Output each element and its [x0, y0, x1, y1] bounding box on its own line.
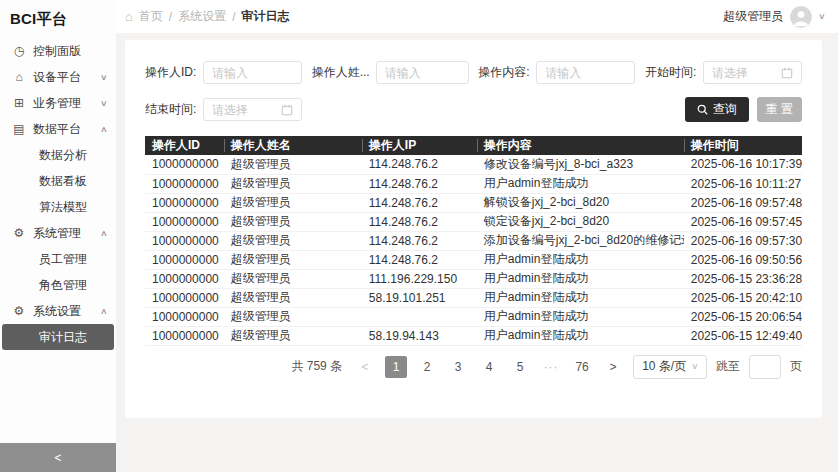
sidebar-item-1[interactable]: ⌂设备平台∨ [0, 64, 116, 90]
jump-suffix: 页 [790, 358, 802, 375]
table-cell: 超级管理员 [224, 307, 362, 326]
page-size-select[interactable]: 10 条/页 ∨ [633, 355, 707, 379]
page-button-2[interactable]: 2 [416, 356, 438, 378]
page-jump-input[interactable] [749, 355, 781, 379]
sidebar-item-label: 系统管理 [33, 225, 101, 242]
gear-icon: ⚙ [12, 304, 26, 318]
sidebar-item-label: 设备平台 [33, 69, 101, 86]
sidebar-subitem[interactable]: 员工管理 [2, 246, 114, 272]
table-row: 1000000000超级管理员114.248.76.2用户admin登陆成功20… [145, 174, 802, 193]
audit-log-table: 操作人ID操作人姓名操作人IP操作内容操作时间 1000000000超级管理员1… [145, 136, 802, 346]
pagination-total: 共 759 条 [291, 358, 342, 375]
user-name: 超级管理员 [723, 8, 783, 25]
table-cell: 用户admin登陆成功 [477, 269, 684, 288]
end-time-input[interactable] [212, 103, 277, 117]
filter-row-2: 结束时间: [145, 97, 802, 122]
sidebar-item-5[interactable]: ⚙系统设置∧ [0, 298, 116, 324]
user-menu[interactable]: 超级管理员 ∨ [723, 6, 825, 28]
table-cell: 114.248.76.2 [362, 250, 477, 269]
table-cell: 超级管理员 [224, 231, 362, 250]
sidebar-item-3[interactable]: ▤数据平台∧ [0, 116, 116, 142]
sidebar-subitem[interactable]: 审计日志 [2, 324, 114, 350]
start-time-label: 开始时间: [645, 64, 697, 81]
sidebar-subitem[interactable]: 数据分析 [2, 142, 114, 168]
page-size-value: 10 条/页 [642, 358, 686, 375]
sidebar-item-0[interactable]: ◷控制面版 [0, 38, 116, 64]
filter-buttons: 查询 重 置 [685, 97, 802, 122]
table-cell: 2025-06-16 09:57:45 [684, 212, 802, 231]
table-cell: 2025-06-15 20:42:10 [684, 288, 802, 307]
table-cell: 2025-06-16 10:11:27 [684, 174, 802, 193]
table-cell: 1000000000 [145, 212, 224, 231]
search-button[interactable]: 查询 [685, 97, 749, 122]
column-header: 操作人姓名 [224, 136, 362, 155]
table-cell: 2025-06-15 20:06:54 [684, 307, 802, 326]
table-cell: 1000000000 [145, 174, 224, 193]
chevron-up-icon: ∧ [100, 125, 108, 134]
operation-content-input[interactable] [545, 66, 626, 80]
table-row: 1000000000超级管理员114.248.76.2锁定设备jxj_2-bci… [145, 212, 802, 231]
chart-icon: ▤ [12, 122, 26, 136]
table-row: 1000000000超级管理员114.248.76.2解锁设备jxj_2-bci… [145, 193, 802, 212]
page-button-76[interactable]: 76 [571, 356, 593, 378]
app-window: BCI平台 ◷控制面版⌂设备平台∨⊞业务管理∨▤数据平台∧数据分析数据看板算法模… [0, 0, 838, 472]
avatar [790, 6, 812, 28]
sidebar-item-4[interactable]: ⚙系统管理∧ [0, 220, 116, 246]
table-cell: 2025-06-16 09:50:56 [684, 250, 802, 269]
table-row: 1000000000超级管理员114.248.76.2修改设备编号jxj_8-b… [145, 155, 802, 174]
home-icon: ⌂ [12, 70, 26, 84]
search-icon [697, 104, 708, 115]
operator-id-input[interactable] [212, 66, 293, 80]
breadcrumb: ⌂首页/系统设置/审计日志 [125, 8, 290, 25]
pagination-ellipsis[interactable]: ··· [540, 356, 562, 378]
table-cell: 1000000000 [145, 288, 224, 307]
column-header: 操作人ID [145, 136, 224, 155]
table-cell: 超级管理员 [224, 212, 362, 231]
breadcrumb-item[interactable]: 首页 [139, 8, 163, 25]
page-button-1[interactable]: 1 [385, 356, 407, 378]
page-button-4[interactable]: 4 [478, 356, 500, 378]
table-cell: 58.19.94.143 [362, 326, 477, 345]
start-time-input[interactable] [712, 66, 777, 80]
sidebar-item-label: 控制面版 [33, 43, 107, 60]
table-cell: 超级管理员 [224, 288, 362, 307]
table-cell: 114.248.76.2 [362, 212, 477, 231]
table-cell: 用户admin登陆成功 [477, 174, 684, 193]
filter-operator-id: 操作人ID: [145, 61, 302, 84]
operator-name-label: 操作人姓... [312, 64, 370, 81]
end-time-label: 结束时间: [145, 101, 197, 118]
home-icon: ⌂ [125, 10, 133, 23]
calendar-icon [781, 67, 793, 79]
table-cell: 超级管理员 [224, 250, 362, 269]
pagination-prev-button[interactable]: < [354, 356, 376, 378]
page-button-3[interactable]: 3 [447, 356, 469, 378]
table-cell: 111.196.229.150 [362, 269, 477, 288]
table-cell: 114.248.76.2 [362, 174, 477, 193]
sidebar-subitem[interactable]: 角色管理 [2, 272, 114, 298]
table-row: 1000000000超级管理员111.196.229.150用户admin登陆成… [145, 269, 802, 288]
table-cell: 超级管理员 [224, 155, 362, 174]
filter-operation-content: 操作内容: [478, 61, 635, 84]
column-header: 操作内容 [477, 136, 684, 155]
page-button-5[interactable]: 5 [509, 356, 531, 378]
table-cell: 114.248.76.2 [362, 193, 477, 212]
pagination-next-button[interactable]: > [602, 356, 624, 378]
sidebar-item-2[interactable]: ⊞业务管理∨ [0, 90, 116, 116]
table-cell: 用户admin登陆成功 [477, 326, 684, 345]
sidebar-collapse-button[interactable]: < [0, 443, 116, 472]
table-cell: 2025-06-16 09:57:48 [684, 193, 802, 212]
chevron-down-icon: ∨ [818, 12, 826, 21]
sidebar-subitem[interactable]: 算法模型 [2, 194, 114, 220]
sidebar-subitem[interactable]: 数据看板 [2, 168, 114, 194]
sidebar-item-label: 数据平台 [33, 121, 101, 138]
table-row: 1000000000超级管理员114.248.76.2添加设备编号jxj_2-b… [145, 231, 802, 250]
filter-end-time: 结束时间: [145, 98, 302, 121]
reset-button[interactable]: 重 置 [757, 97, 802, 122]
operator-name-input[interactable] [385, 66, 460, 80]
pagination: 共 759 条 < 12345···76 > 10 条/页 ∨ 跳至 页 [145, 355, 802, 379]
breadcrumb-item[interactable]: 系统设置 [178, 8, 226, 25]
table-cell: 58.19.101.251 [362, 288, 477, 307]
filter-operator-name: 操作人姓... [312, 61, 469, 84]
table-row: 1000000000超级管理员58.19.101.251用户admin登陆成功2… [145, 288, 802, 307]
sidebar-item-label: 业务管理 [33, 95, 101, 112]
